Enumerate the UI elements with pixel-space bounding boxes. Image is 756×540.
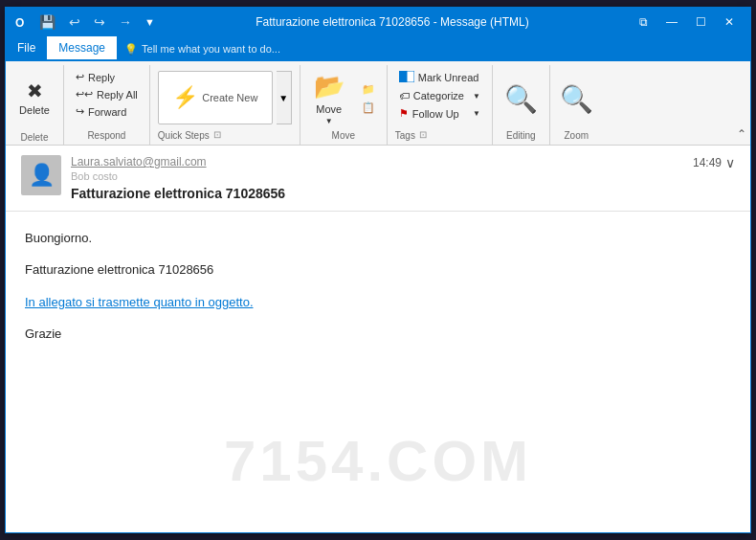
body-line1: Fatturazione elettronica 71028656 bbox=[25, 259, 731, 281]
email-body: Buongiorno. Fatturazione elettronica 710… bbox=[6, 212, 750, 532]
delete-icon: ✖ bbox=[27, 79, 43, 102]
recipient-name: Bob costo bbox=[71, 170, 207, 182]
flag-icon: ⚑ bbox=[399, 107, 409, 120]
tags-expand-icon[interactable]: ⊡ bbox=[419, 129, 427, 140]
move-chevron-icon: ▼ bbox=[325, 117, 333, 125]
zoom-icon: 🔍 bbox=[560, 83, 593, 115]
email-header: 👤 Laura.salviato@gmail.com Bob costo 14:… bbox=[6, 146, 750, 212]
redo-button[interactable]: ↪ bbox=[89, 12, 110, 32]
move-button[interactable]: 📂 Move ▼ bbox=[306, 69, 352, 128]
svg-rect-3 bbox=[407, 71, 414, 82]
forward-button[interactable]: ↪ Forward bbox=[70, 103, 144, 120]
email-area: 👤 Laura.salviato@gmail.com Bob costo 14:… bbox=[6, 146, 750, 532]
reply-button[interactable]: ↩ Reply bbox=[70, 69, 144, 85]
save-titlebar-button[interactable]: 💾 bbox=[34, 12, 60, 32]
create-new-label: Create New bbox=[202, 92, 257, 103]
delete-button[interactable]: ✖ Delete bbox=[11, 68, 57, 127]
ribbon: ✖ Delete Delete ↩ Reply ↩↩ Reply All ↪ F bbox=[6, 61, 750, 146]
outlook-window: O 💾 ↩ ↪ → ▼ Fatturazione elettronica 710… bbox=[5, 7, 751, 533]
tell-me-box[interactable]: 💡 Tell me what you want to do... bbox=[124, 36, 280, 61]
quicksteps-content: ⚡ Create New ▼ bbox=[158, 69, 292, 126]
title-bar-left: O 💾 ↩ ↪ → ▼ bbox=[13, 12, 155, 32]
categorize-button[interactable]: 🏷 Categorize ▼ bbox=[395, 88, 484, 103]
watermark: 7154.COM bbox=[224, 410, 532, 513]
reply-all-icon: ↩↩ bbox=[76, 88, 93, 101]
ribbon-group-move: 📂 Move ▼ 📁 📋 Move bbox=[300, 65, 388, 145]
ribbon-group-respond: ↩ Reply ↩↩ Reply All ↪ Forward Respond bbox=[64, 65, 150, 145]
email-subject: Fatturazione elettronica 71028656 bbox=[71, 186, 735, 201]
respond-buttons: ↩ Reply ↩↩ Reply All ↪ Forward bbox=[70, 69, 144, 128]
email-meta: Laura.salviato@gmail.com Bob costo 14:49… bbox=[71, 155, 735, 201]
onenote-button[interactable]: 📋 bbox=[356, 100, 381, 116]
ribbon-group-zoom: 🔍 Zoom bbox=[550, 65, 603, 145]
menu-file[interactable]: File bbox=[6, 36, 47, 61]
title-bar-nav: 💾 ↩ ↪ → ▼ bbox=[34, 12, 155, 32]
window-title: Fatturazione elettronica 71028656 - Mess… bbox=[155, 15, 630, 29]
menu-message[interactable]: Message bbox=[47, 36, 117, 61]
app-icon: O bbox=[13, 14, 29, 30]
sender-name: Laura.salviato@gmail.com bbox=[71, 155, 207, 169]
delete-group-label: Delete bbox=[21, 132, 49, 143]
ribbon-group-editing: 🔍 Editing bbox=[493, 65, 550, 145]
title-bar: O 💾 ↩ ↪ → ▼ Fatturazione elettronica 710… bbox=[6, 8, 750, 36]
ribbon-group-delete: ✖ Delete Delete bbox=[6, 65, 64, 145]
editing-group-label: Editing bbox=[506, 130, 536, 141]
quicksteps-group-label: Quick Steps bbox=[158, 130, 210, 141]
forward-icon: ↪ bbox=[76, 105, 84, 118]
move-sub-buttons: 📁 📋 bbox=[356, 81, 381, 116]
editing-content: 🔍 bbox=[504, 69, 538, 128]
svg-rect-2 bbox=[399, 71, 407, 82]
window-controls: ⧉ — ☐ ✕ bbox=[630, 12, 743, 32]
mark-unread-icon bbox=[399, 71, 414, 84]
delete-group-content: ✖ Delete bbox=[11, 65, 57, 130]
minimize-button[interactable]: — bbox=[658, 12, 685, 32]
ribbon-group-quicksteps: ⚡ Create New ▼ Quick Steps ⊡ bbox=[150, 65, 300, 145]
closing: Grazie bbox=[25, 323, 731, 345]
tags-content: Mark Unread 🏷 Categorize ▼ ⚑ Follow Up ▼ bbox=[395, 69, 484, 126]
svg-text:O: O bbox=[15, 16, 24, 30]
quicksteps-expand-icon[interactable]: ⊡ bbox=[213, 129, 221, 140]
editing-search-icon: 🔍 bbox=[504, 83, 538, 115]
rules-button[interactable]: 📁 bbox=[356, 81, 381, 98]
greeting: Buongiorno. bbox=[25, 227, 731, 249]
lightbulb-icon: 💡 bbox=[124, 43, 138, 56]
email-time: 14:49 ∨ bbox=[693, 155, 735, 170]
lightning-icon: ⚡ bbox=[172, 85, 198, 110]
body-link[interactable]: In allegato si trasmette quanto in ogget… bbox=[25, 295, 254, 309]
undo-button[interactable]: ↩ bbox=[64, 12, 85, 32]
respond-group-label: Respond bbox=[70, 130, 144, 141]
reply-all-button[interactable]: ↩↩ Reply All bbox=[70, 86, 144, 102]
onenote-icon: 📋 bbox=[362, 101, 375, 114]
ribbon-collapse-button[interactable]: ⌃ bbox=[737, 65, 750, 145]
restore-button[interactable]: ⧉ bbox=[630, 12, 656, 32]
person-icon: 👤 bbox=[29, 163, 55, 188]
avatar: 👤 bbox=[21, 155, 61, 195]
quicksteps-dropdown[interactable]: ▼ bbox=[277, 71, 292, 124]
maximize-button[interactable]: ☐ bbox=[687, 12, 714, 32]
reply-icon: ↩ bbox=[76, 71, 84, 83]
zoom-group-label: Zoom bbox=[565, 130, 589, 141]
nav-forward-button[interactable]: → bbox=[114, 12, 137, 32]
sender-info: Laura.salviato@gmail.com Bob costo bbox=[71, 155, 207, 182]
sender-row: Laura.salviato@gmail.com Bob costo 14:49… bbox=[71, 155, 735, 182]
follow-up-button[interactable]: ⚑ Follow Up ▼ bbox=[395, 105, 484, 122]
menu-bar: File Message 💡 Tell me what you want to … bbox=[6, 36, 750, 61]
categorize-icon: 🏷 bbox=[399, 90, 410, 101]
quicksteps-box[interactable]: ⚡ Create New bbox=[158, 71, 273, 124]
folder-small-icon: 📁 bbox=[362, 83, 375, 96]
followup-chevron-icon: ▼ bbox=[473, 109, 480, 118]
body-link-para: In allegato si trasmette quanto in ogget… bbox=[25, 291, 731, 313]
mark-unread-button[interactable]: Mark Unread bbox=[395, 69, 484, 86]
tags-group-label: Tags bbox=[395, 130, 415, 141]
categorize-chevron-icon: ▼ bbox=[473, 92, 480, 101]
zoom-content: 🔍 bbox=[560, 69, 593, 128]
move-group-content: 📂 Move ▼ 📁 📋 bbox=[306, 69, 381, 128]
folder-open-icon: 📂 bbox=[314, 72, 345, 101]
ribbon-group-tags: Mark Unread 🏷 Categorize ▼ ⚑ Follow Up ▼… bbox=[388, 65, 493, 145]
move-group-label: Move bbox=[332, 130, 355, 141]
expand-email-icon[interactable]: ∨ bbox=[725, 155, 735, 170]
close-button[interactable]: ✕ bbox=[716, 12, 743, 32]
